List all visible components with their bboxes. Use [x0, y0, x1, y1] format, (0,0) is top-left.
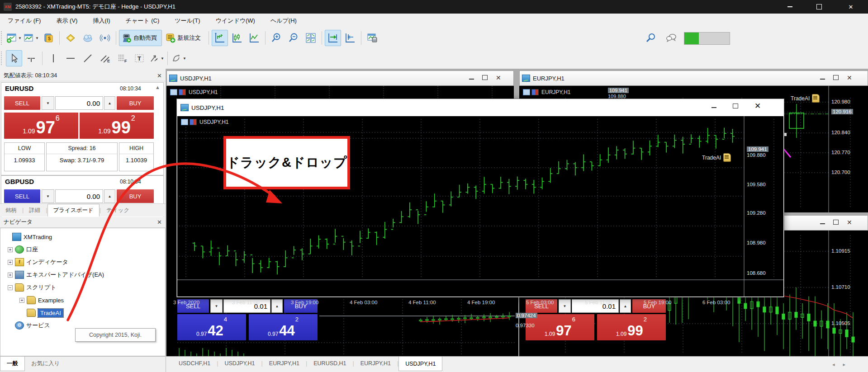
- scroll-right-icon[interactable]: ▸: [843, 362, 846, 367]
- chart-tab-0[interactable]: USDCHF,H1: [172, 357, 217, 370]
- community-button[interactable]: [80, 30, 96, 46]
- market-watch-tab-0[interactable]: 銘柄: [0, 204, 22, 217]
- chart-tab-1[interactable]: USDJPY,H1: [218, 357, 261, 370]
- signals-button[interactable]: [97, 30, 113, 46]
- maximize-window-button[interactable]: [809, 0, 830, 14]
- navigator-item-tradeai[interactable]: TradeAI: [0, 307, 163, 319]
- shapes-button[interactable]: ▼: [148, 50, 165, 66]
- navigator-item-label[interactable]: Examples: [38, 297, 64, 304]
- chart-shift-button[interactable]: [342, 30, 358, 46]
- floating-window-title-bar[interactable]: USDJPY,H1 ✕: [177, 99, 784, 116]
- scroll-left-icon[interactable]: ◂: [832, 362, 835, 367]
- volume-input[interactable]: 0.00: [55, 189, 103, 203]
- menu-item-2[interactable]: 挿入(I): [85, 14, 118, 28]
- minimize-icon[interactable]: [820, 79, 825, 80]
- volume-dropdown[interactable]: ▼: [42, 189, 54, 203]
- window-eurjpy-title-bar[interactable]: EURJPY,H1 ✕: [519, 71, 868, 86]
- menu-item-1[interactable]: 表示 (V): [48, 14, 85, 28]
- fibonacci-button[interactable]: F: [114, 50, 130, 66]
- navigator-item--[interactable]: +口座: [0, 244, 163, 255]
- market-button[interactable]: [62, 30, 79, 46]
- close-icon[interactable]: ✕: [847, 220, 852, 225]
- maximize-icon[interactable]: [833, 220, 839, 225]
- volume-input[interactable]: 0.00: [55, 96, 103, 110]
- navigator-item-label[interactable]: サービス: [26, 321, 50, 330]
- line-chart-button[interactable]: [246, 30, 262, 46]
- buy-button[interactable]: BUY: [117, 96, 154, 110]
- sell-button[interactable]: SELL: [4, 96, 40, 110]
- text-button[interactable]: T: [131, 50, 147, 66]
- menu-item-0[interactable]: ファイル (F): [0, 14, 48, 28]
- menu-item-3[interactable]: チャート (C): [118, 14, 167, 28]
- equidistant-channel-button[interactable]: E: [97, 50, 113, 66]
- bid-price-tile[interactable]: 0.97424: [177, 314, 246, 340]
- market-watch-tab-2[interactable]: プライスボード: [47, 204, 100, 217]
- volume-dropdown[interactable]: ▼: [210, 299, 223, 313]
- scroll-up-icon[interactable]: ▲: [155, 85, 160, 90]
- tile-windows-button[interactable]: [303, 30, 319, 46]
- navigator-item--[interactable]: −スクリプト: [0, 282, 163, 293]
- bar-chart-button[interactable]: [212, 30, 228, 46]
- window-usdjpy-title-bar[interactable]: USDJPY,H1 ✕: [166, 71, 514, 86]
- collapse-icon[interactable]: −: [8, 285, 13, 290]
- profiles-button[interactable]: ▼: [23, 30, 39, 46]
- volume-up-stepper[interactable]: ▲: [620, 299, 631, 313]
- economic-calendar-button[interactable]: $: [40, 30, 57, 46]
- new-chart-button[interactable]: ▼: [6, 30, 22, 46]
- auto-scroll-button[interactable]: [325, 30, 341, 46]
- floating-chart-area[interactable]: USDJPY,H1 TradeAI 109.941109.880109.5801…: [177, 116, 783, 297]
- navigator-item--ea-[interactable]: +エキスパートアドバイザ(EA): [0, 269, 163, 281]
- chart-tab-5-active[interactable]: USDJPY,H1: [398, 356, 442, 371]
- ask-price-tile[interactable]: 1.09992: [80, 113, 154, 139]
- minimize-icon[interactable]: [711, 107, 716, 108]
- expand-icon[interactable]: +: [8, 273, 13, 278]
- floating-usdjpy-window[interactable]: USDJPY,H1 ✕ USDJPY,H1 TradeAI 109.941109…: [176, 99, 784, 297]
- close-icon[interactable]: ✕: [157, 72, 162, 79]
- sell-button[interactable]: SELL: [4, 189, 40, 203]
- close-icon[interactable]: ✕: [754, 104, 761, 108]
- zoom-out-button[interactable]: [285, 30, 302, 46]
- expand-icon[interactable]: +: [8, 260, 13, 265]
- volume-up-stepper[interactable]: ▲: [271, 299, 283, 313]
- maximize-icon[interactable]: [482, 75, 488, 80]
- vertical-line-button[interactable]: [45, 50, 62, 66]
- close-icon[interactable]: ✕: [157, 219, 162, 226]
- one-click-trading-icon[interactable]: [181, 119, 188, 125]
- navigator-tab-0[interactable]: 一般: [0, 357, 25, 371]
- volume-up-stepper[interactable]: ▲: [104, 96, 115, 110]
- crosshair-button[interactable]: [23, 50, 39, 66]
- candlestick-button[interactable]: [229, 30, 245, 46]
- minimize-window-button[interactable]: [779, 0, 800, 14]
- chart-tab-4[interactable]: EURJPY,H1: [354, 357, 397, 370]
- toolbar-grip[interactable]: [1, 31, 5, 45]
- chart-tab-3[interactable]: EURUSD,H1: [307, 357, 352, 370]
- market-watch-tab-3[interactable]: ティック: [101, 204, 135, 217]
- menu-item-6[interactable]: ヘルプ(H): [263, 14, 304, 28]
- maximize-icon[interactable]: [733, 104, 738, 108]
- bid-price-tile[interactable]: 1.09976: [4, 113, 78, 139]
- maximize-icon[interactable]: [833, 75, 839, 80]
- horizontal-line-button[interactable]: [62, 50, 79, 66]
- close-icon[interactable]: ✕: [847, 75, 852, 80]
- navigator-item-label[interactable]: 口座: [26, 245, 38, 254]
- ask-price-tile[interactable]: 1.09992: [597, 314, 666, 340]
- buy-button[interactable]: BUY: [117, 189, 154, 203]
- objects-button[interactable]: ▼: [171, 50, 187, 66]
- volume-dropdown[interactable]: ▼: [42, 96, 54, 110]
- search-button[interactable]: [643, 30, 659, 46]
- minimize-icon[interactable]: [820, 223, 825, 224]
- navigator-item-label[interactable]: エキスパートアドバイザ(EA): [26, 271, 104, 279]
- navigator-item-label[interactable]: スクリプト: [26, 283, 57, 292]
- expand-icon[interactable]: +: [8, 247, 13, 252]
- close-window-button[interactable]: ✕: [840, 0, 861, 14]
- market-watch-tab-1[interactable]: 詳細: [24, 204, 46, 217]
- navigator-item-examples[interactable]: +Examples: [0, 294, 163, 306]
- depth-of-market-icon[interactable]: [190, 119, 197, 125]
- navigator-item-label[interactable]: XMTrading: [24, 234, 52, 240]
- close-icon[interactable]: ✕: [496, 75, 501, 80]
- volume-dropdown[interactable]: ▼: [559, 299, 571, 313]
- zoom-in-button[interactable]: [268, 30, 285, 46]
- chart-tab-2[interactable]: EURJPY,H1: [263, 357, 306, 370]
- new-order-button[interactable]: 新規注文: [163, 30, 206, 46]
- navigator-item--[interactable]: +fインディケータ: [0, 256, 163, 268]
